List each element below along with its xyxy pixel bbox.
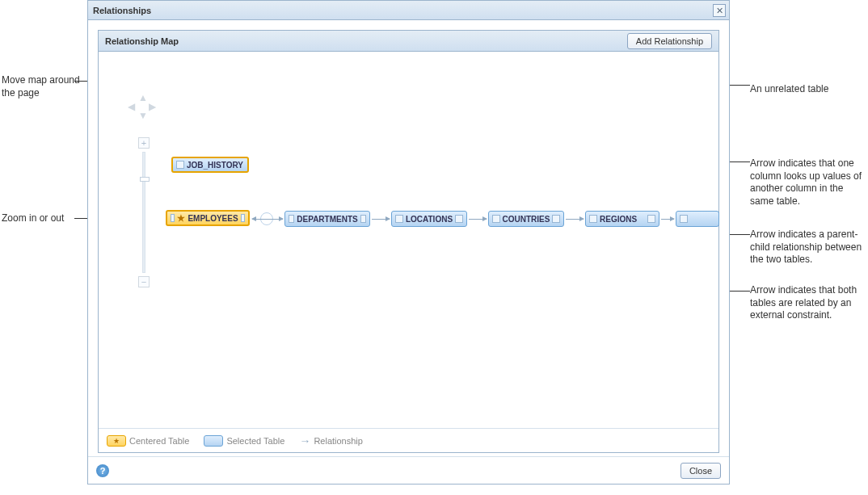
expand-icon[interactable] — [455, 215, 463, 223]
dialog-title: Relationships — [93, 6, 151, 15]
expand-icon[interactable] — [680, 215, 688, 223]
table-node-departments[interactable]: DEPARTMENTS — [284, 211, 370, 227]
table-node-job-history[interactable]: JOB_HISTORY — [171, 157, 249, 173]
zoom-in-button[interactable]: + — [138, 137, 150, 149]
legend: ★ Centered Table Selected Table → Relati… — [99, 428, 718, 452]
table-node-countries[interactable]: COUNTRIES — [488, 211, 564, 227]
annotation-move-map: Move map around the page — [2, 74, 81, 99]
annotation-parent-child: Arrow indicates a parent-child relations… — [750, 229, 863, 266]
zoom-out-button[interactable]: − — [138, 276, 150, 287]
canvas[interactable]: ▲ ▼ ◀ ▶ + − JOB_HISTORY — [99, 52, 718, 428]
relationship-map-panel: Relationship Map Add Relationship ▲ ▼ ◀ … — [98, 30, 719, 453]
pan-left-icon[interactable]: ◀ — [128, 101, 135, 112]
annotation-zoom: Zoom in or out — [2, 212, 81, 225]
dialog-footer: ? Close — [88, 456, 729, 484]
legend-selected: Selected Table — [204, 435, 284, 447]
panel-header: Relationship Map Add Relationship — [99, 31, 718, 52]
relationships-dialog: Relationships ✕ Relationship Map Add Rel… — [87, 0, 730, 485]
close-icon[interactable]: ✕ — [713, 4, 726, 17]
expand-icon[interactable] — [395, 215, 403, 223]
expand-icon[interactable] — [241, 214, 245, 222]
expand-icon[interactable] — [171, 214, 175, 222]
pan-up-icon[interactable]: ▲ — [138, 92, 148, 103]
connector — [469, 219, 487, 220]
star-icon: ★ — [177, 213, 185, 224]
expand-icon[interactable] — [589, 215, 597, 223]
table-label: JOB_HISTORY — [187, 161, 243, 170]
table-node-regions[interactable]: REGIONS — [585, 211, 659, 227]
zoom-track[interactable] — [142, 152, 145, 273]
zoom-control: + − — [138, 137, 150, 291]
table-node-employees[interactable]: ★ EMPLOYEES — [166, 210, 250, 226]
table-label: LOCATIONS — [406, 215, 453, 224]
expand-icon[interactable] — [360, 215, 366, 223]
help-icon[interactable]: ? — [96, 464, 109, 477]
zoom-thumb[interactable] — [140, 177, 150, 182]
expand-icon[interactable] — [647, 215, 655, 223]
annotation-self-lookup: Arrow indicates that one column looks up… — [750, 157, 863, 208]
legend-label: Centered Table — [129, 436, 189, 446]
annotation-external: Arrow indicates that both tables are rel… — [750, 284, 863, 322]
legend-label: Selected Table — [226, 436, 284, 446]
connector — [566, 219, 584, 220]
table-label: EMPLOYEES — [188, 214, 238, 223]
dialog-header[interactable]: Relationships — [88, 1, 729, 20]
table-label: COUNTRIES — [503, 215, 550, 224]
arrow-icon: → — [299, 434, 310, 447]
table-icon — [176, 161, 184, 169]
connector — [372, 219, 390, 220]
expand-icon[interactable] — [289, 215, 294, 223]
expand-icon[interactable] — [492, 215, 500, 223]
connector — [661, 219, 674, 220]
expand-icon[interactable] — [552, 215, 560, 223]
pan-control[interactable]: ▲ ▼ ◀ ▶ — [131, 97, 155, 121]
table-label: DEPARTMENTS — [297, 215, 357, 224]
pan-down-icon[interactable]: ▼ — [138, 110, 148, 121]
legend-relationship: → Relationship — [299, 434, 363, 447]
close-button[interactable]: Close — [680, 463, 721, 479]
annotation-unrelated: An unrelated table — [750, 83, 863, 96]
table-label: REGIONS — [600, 215, 637, 224]
panel-title: Relationship Map — [105, 36, 179, 46]
add-relationship-button[interactable]: Add Relationship — [627, 33, 712, 49]
legend-label: Relationship — [314, 436, 363, 446]
legend-centered: ★ Centered Table — [107, 435, 189, 447]
pan-right-icon[interactable]: ▶ — [149, 101, 156, 112]
table-node-extra[interactable] — [676, 211, 719, 227]
connector — [252, 219, 283, 220]
table-node-locations[interactable]: LOCATIONS — [391, 211, 467, 227]
